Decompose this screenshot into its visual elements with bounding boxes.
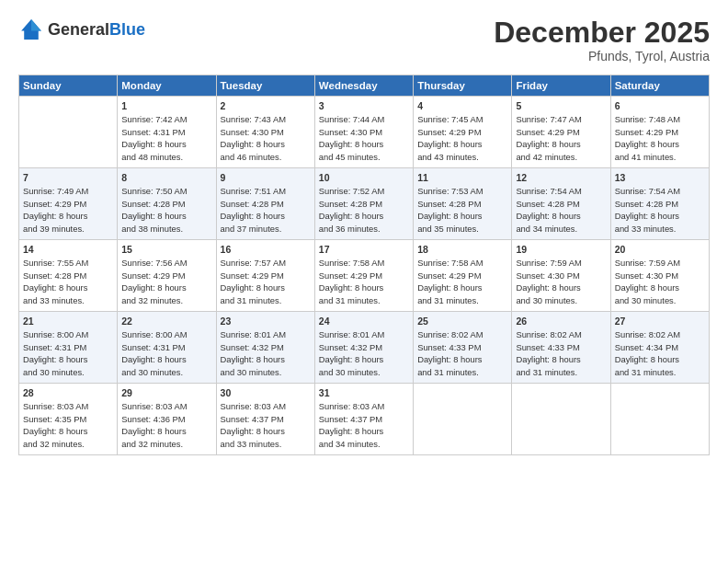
day-number: 29 (121, 387, 211, 398)
day-number: 1 (121, 100, 211, 111)
calendar-cell (512, 384, 610, 455)
calendar-cell: 4Sunrise: 7:45 AM Sunset: 4:29 PM Daylig… (414, 97, 512, 168)
day-number: 3 (319, 100, 409, 111)
day-header-wednesday: Wednesday (314, 75, 413, 97)
calendar-header-row: SundayMondayTuesdayWednesdayThursdayFrid… (19, 75, 710, 97)
day-info: Sunrise: 7:55 AM Sunset: 4:28 PM Dayligh… (23, 257, 113, 307)
day-header-thursday: Thursday (414, 75, 512, 97)
week-row-1: 7Sunrise: 7:49 AM Sunset: 4:29 PM Daylig… (19, 168, 710, 240)
calendar-cell: 24Sunrise: 8:01 AM Sunset: 4:32 PM Dayli… (314, 312, 413, 384)
day-info: Sunrise: 7:48 AM Sunset: 4:29 PM Dayligh… (615, 113, 705, 164)
day-info: Sunrise: 7:51 AM Sunset: 4:28 PM Dayligh… (221, 185, 311, 236)
day-number: 4 (417, 100, 507, 111)
day-info: Sunrise: 7:50 AM Sunset: 4:28 PM Dayligh… (121, 185, 211, 236)
day-info: Sunrise: 7:49 AM Sunset: 4:29 PM Dayligh… (23, 185, 113, 236)
day-number: 5 (516, 100, 606, 111)
calendar-cell: 25Sunrise: 8:02 AM Sunset: 4:33 PM Dayli… (414, 312, 512, 384)
day-number: 6 (615, 100, 705, 111)
calendar-cell (414, 384, 512, 455)
day-info: Sunrise: 7:59 AM Sunset: 4:30 PM Dayligh… (615, 257, 705, 307)
calendar-cell: 27Sunrise: 8:02 AM Sunset: 4:34 PM Dayli… (610, 312, 709, 384)
calendar-body: 1Sunrise: 7:42 AM Sunset: 4:31 PM Daylig… (19, 97, 710, 455)
day-number: 13 (615, 172, 705, 183)
day-info: Sunrise: 7:43 AM Sunset: 4:30 PM Dayligh… (221, 113, 311, 164)
day-info: Sunrise: 8:01 AM Sunset: 4:32 PM Dayligh… (221, 328, 311, 379)
day-number: 24 (319, 316, 409, 327)
day-info: Sunrise: 7:54 AM Sunset: 4:28 PM Dayligh… (615, 185, 705, 236)
calendar-cell: 11Sunrise: 7:53 AM Sunset: 4:28 PM Dayli… (414, 168, 512, 240)
day-info: Sunrise: 8:03 AM Sunset: 4:37 PM Dayligh… (319, 400, 409, 451)
day-number: 17 (319, 244, 409, 255)
calendar-cell: 1Sunrise: 7:42 AM Sunset: 4:31 PM Daylig… (118, 97, 216, 168)
svg-marker-1 (31, 19, 41, 30)
day-info: Sunrise: 7:53 AM Sunset: 4:28 PM Dayligh… (417, 185, 507, 236)
day-info: Sunrise: 8:01 AM Sunset: 4:32 PM Dayligh… (319, 328, 409, 379)
day-info: Sunrise: 7:59 AM Sunset: 4:30 PM Dayligh… (516, 257, 606, 307)
day-info: Sunrise: 7:54 AM Sunset: 4:28 PM Dayligh… (516, 185, 606, 236)
day-info: Sunrise: 7:52 AM Sunset: 4:28 PM Dayligh… (319, 185, 409, 236)
logo: GeneralBlue (18, 17, 145, 42)
day-info: Sunrise: 7:58 AM Sunset: 4:29 PM Dayligh… (319, 257, 409, 307)
calendar-cell: 21Sunrise: 8:00 AM Sunset: 4:31 PM Dayli… (19, 312, 118, 384)
calendar-cell: 29Sunrise: 8:03 AM Sunset: 4:36 PM Dayli… (118, 384, 216, 455)
calendar-cell: 19Sunrise: 7:59 AM Sunset: 4:30 PM Dayli… (512, 240, 610, 312)
day-number: 19 (516, 244, 606, 255)
location: Pfunds, Tyrol, Austria (494, 49, 710, 63)
day-number: 27 (615, 316, 705, 327)
calendar-cell: 20Sunrise: 7:59 AM Sunset: 4:30 PM Dayli… (610, 240, 709, 312)
day-info: Sunrise: 8:02 AM Sunset: 4:33 PM Dayligh… (516, 328, 606, 379)
day-number: 28 (23, 387, 113, 398)
day-number: 22 (121, 316, 211, 327)
calendar-cell: 9Sunrise: 7:51 AM Sunset: 4:28 PM Daylig… (216, 168, 314, 240)
day-info: Sunrise: 7:56 AM Sunset: 4:29 PM Dayligh… (121, 257, 211, 307)
day-info: Sunrise: 8:00 AM Sunset: 4:31 PM Dayligh… (121, 328, 211, 379)
day-number: 11 (417, 172, 507, 183)
day-number: 8 (121, 172, 211, 183)
calendar-cell: 5Sunrise: 7:47 AM Sunset: 4:29 PM Daylig… (512, 97, 610, 168)
day-header-tuesday: Tuesday (216, 75, 314, 97)
day-info: Sunrise: 7:47 AM Sunset: 4:29 PM Dayligh… (516, 113, 606, 164)
calendar-cell: 31Sunrise: 8:03 AM Sunset: 4:37 PM Dayli… (314, 384, 413, 455)
day-number: 26 (516, 316, 606, 327)
day-info: Sunrise: 8:03 AM Sunset: 4:37 PM Dayligh… (221, 400, 311, 451)
day-number: 23 (221, 316, 311, 327)
logo-general: General (48, 20, 109, 39)
day-info: Sunrise: 8:02 AM Sunset: 4:34 PM Dayligh… (615, 328, 705, 379)
calendar-cell: 10Sunrise: 7:52 AM Sunset: 4:28 PM Dayli… (314, 168, 413, 240)
day-header-sunday: Sunday (19, 75, 118, 97)
calendar-cell: 3Sunrise: 7:44 AM Sunset: 4:30 PM Daylig… (314, 97, 413, 168)
calendar-cell: 30Sunrise: 8:03 AM Sunset: 4:37 PM Dayli… (216, 384, 314, 455)
day-number: 12 (516, 172, 606, 183)
calendar-cell: 15Sunrise: 7:56 AM Sunset: 4:29 PM Dayli… (118, 240, 216, 312)
day-number: 21 (23, 316, 113, 327)
day-number: 9 (221, 172, 311, 183)
week-row-4: 28Sunrise: 8:03 AM Sunset: 4:35 PM Dayli… (19, 384, 710, 455)
calendar-table: SundayMondayTuesdayWednesdayThursdayFrid… (18, 75, 710, 455)
calendar-cell: 26Sunrise: 8:02 AM Sunset: 4:33 PM Dayli… (512, 312, 610, 384)
calendar-cell: 7Sunrise: 7:49 AM Sunset: 4:29 PM Daylig… (19, 168, 118, 240)
day-number: 7 (23, 172, 113, 183)
week-row-2: 14Sunrise: 7:55 AM Sunset: 4:28 PM Dayli… (19, 240, 710, 312)
day-info: Sunrise: 8:03 AM Sunset: 4:35 PM Dayligh… (23, 400, 113, 451)
day-number: 15 (121, 244, 211, 255)
day-number: 30 (221, 387, 311, 398)
calendar-cell: 28Sunrise: 8:03 AM Sunset: 4:35 PM Dayli… (19, 384, 118, 455)
calendar-cell: 23Sunrise: 8:01 AM Sunset: 4:32 PM Dayli… (216, 312, 314, 384)
calendar-cell: 2Sunrise: 7:43 AM Sunset: 4:30 PM Daylig… (216, 97, 314, 168)
calendar-cell (610, 384, 709, 455)
day-info: Sunrise: 7:45 AM Sunset: 4:29 PM Dayligh… (417, 113, 507, 164)
calendar-cell: 17Sunrise: 7:58 AM Sunset: 4:29 PM Dayli… (314, 240, 413, 312)
day-number: 2 (221, 100, 311, 111)
day-number: 31 (319, 387, 409, 398)
day-header-monday: Monday (118, 75, 216, 97)
day-info: Sunrise: 8:00 AM Sunset: 4:31 PM Dayligh… (23, 328, 113, 379)
day-info: Sunrise: 8:02 AM Sunset: 4:33 PM Dayligh… (417, 328, 507, 379)
day-header-friday: Friday (512, 75, 610, 97)
day-info: Sunrise: 7:57 AM Sunset: 4:29 PM Dayligh… (221, 257, 311, 307)
day-number: 25 (417, 316, 507, 327)
calendar-cell: 22Sunrise: 8:00 AM Sunset: 4:31 PM Dayli… (118, 312, 216, 384)
day-number: 20 (615, 244, 705, 255)
calendar-cell: 6Sunrise: 7:48 AM Sunset: 4:29 PM Daylig… (610, 97, 709, 168)
logo-blue: Blue (109, 20, 145, 39)
day-info: Sunrise: 8:03 AM Sunset: 4:36 PM Dayligh… (121, 400, 211, 451)
